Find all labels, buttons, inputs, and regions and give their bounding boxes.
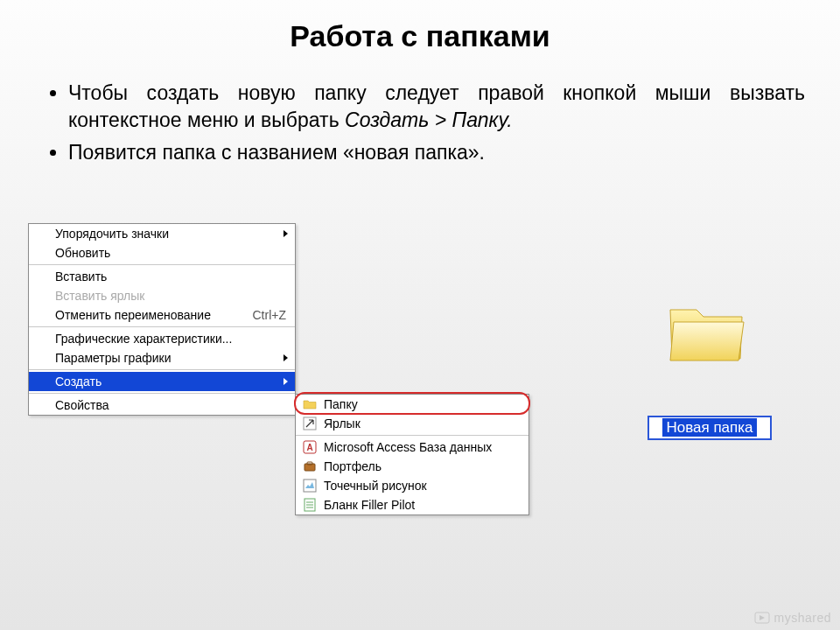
menu-item-label: Вставить bbox=[55, 270, 107, 284]
menu-item-label: Обновить bbox=[55, 246, 110, 260]
slide-title: Работа с папками bbox=[0, 0, 840, 53]
svg-text:A: A bbox=[306, 443, 312, 452]
menu-separator bbox=[29, 393, 295, 394]
submenu-item-label: Точечный рисунок bbox=[324, 479, 427, 493]
bitmap-icon bbox=[303, 479, 317, 493]
menu-item-label: Упорядочить значки bbox=[55, 227, 169, 241]
slide-body: Чтобы создать новую папку следует правой… bbox=[0, 53, 840, 166]
new-folder-label-editing[interactable]: Новая папка bbox=[648, 416, 772, 440]
chevron-right-icon bbox=[284, 378, 288, 385]
submenu-item[interactable]: Папку bbox=[296, 395, 528, 414]
menu-separator bbox=[29, 369, 295, 370]
watermark: myshared bbox=[754, 611, 831, 625]
folder-icon-large bbox=[663, 298, 751, 368]
menu-separator bbox=[296, 435, 528, 436]
menu-item-label: Вставить ярлык bbox=[55, 289, 144, 303]
bullet-item: Чтобы создать новую папку следует правой… bbox=[68, 80, 805, 134]
submenu-item-label: Microsoft Access База данных bbox=[324, 440, 492, 454]
create-submenu: ПапкуЯрлыкAMicrosoft Access База данныхП… bbox=[295, 394, 529, 515]
menu-item-label: Создать bbox=[55, 374, 102, 388]
submenu-item-label: Бланк Filler Pilot bbox=[324, 498, 415, 512]
menu-item[interactable]: Обновить bbox=[29, 243, 295, 262]
menu-item-label: Графические характеристики... bbox=[55, 332, 232, 346]
menu-item[interactable]: Графические характеристики... bbox=[29, 329, 295, 348]
new-folder-label-text: Новая папка bbox=[662, 418, 756, 437]
menu-item-label: Параметры графики bbox=[55, 351, 171, 365]
folder-icon bbox=[303, 397, 317, 411]
menu-item: Вставить ярлык bbox=[29, 286, 295, 305]
menu-separator bbox=[29, 326, 295, 327]
svg-marker-11 bbox=[760, 615, 765, 620]
submenu-item-label: Папку bbox=[324, 397, 358, 411]
access-icon: A bbox=[303, 440, 317, 454]
menu-item-label: Свойства bbox=[55, 398, 108, 412]
submenu-item[interactable]: Портфель bbox=[296, 457, 528, 476]
menu-item[interactable]: Создать bbox=[29, 372, 295, 391]
submenu-item[interactable]: AMicrosoft Access База данных bbox=[296, 438, 528, 457]
submenu-item[interactable]: Бланк Filler Pilot bbox=[296, 495, 528, 514]
menu-item[interactable]: Параметры графики bbox=[29, 348, 295, 368]
shortcut-icon bbox=[303, 416, 317, 430]
submenu-item[interactable]: Ярлык bbox=[296, 414, 528, 433]
bullet-item: Появится папка с названием «новая папка»… bbox=[68, 139, 805, 166]
submenu-item-label: Ярлык bbox=[324, 416, 360, 430]
form-icon bbox=[303, 498, 317, 512]
menu-separator bbox=[29, 264, 295, 265]
submenu-item-label: Портфель bbox=[324, 459, 382, 473]
menu-item[interactable]: Упорядочить значки bbox=[29, 224, 295, 243]
briefcase-icon bbox=[303, 459, 317, 473]
menu-item[interactable]: Свойства bbox=[29, 396, 295, 415]
menu-item-label: Отменить переименование bbox=[55, 308, 211, 322]
chevron-right-icon bbox=[284, 230, 288, 237]
submenu-item[interactable]: Точечный рисунок bbox=[296, 476, 528, 495]
menu-shortcut: Ctrl+Z bbox=[253, 308, 287, 322]
menu-item[interactable]: Отменить переименованиеCtrl+Z bbox=[29, 305, 295, 325]
chevron-right-icon bbox=[284, 354, 288, 361]
menu-item[interactable]: Вставить bbox=[29, 267, 295, 286]
context-menu: Упорядочить значкиОбновитьВставитьВстави… bbox=[28, 223, 296, 416]
svg-rect-5 bbox=[304, 480, 316, 492]
